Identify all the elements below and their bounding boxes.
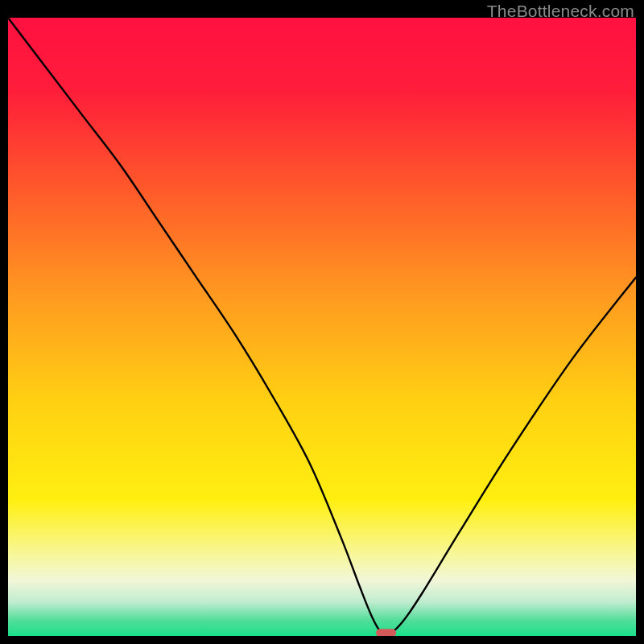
chart-frame	[8, 18, 636, 636]
optimum-marker	[376, 629, 396, 636]
gradient-background	[8, 18, 636, 636]
bottleneck-chart	[8, 18, 636, 636]
